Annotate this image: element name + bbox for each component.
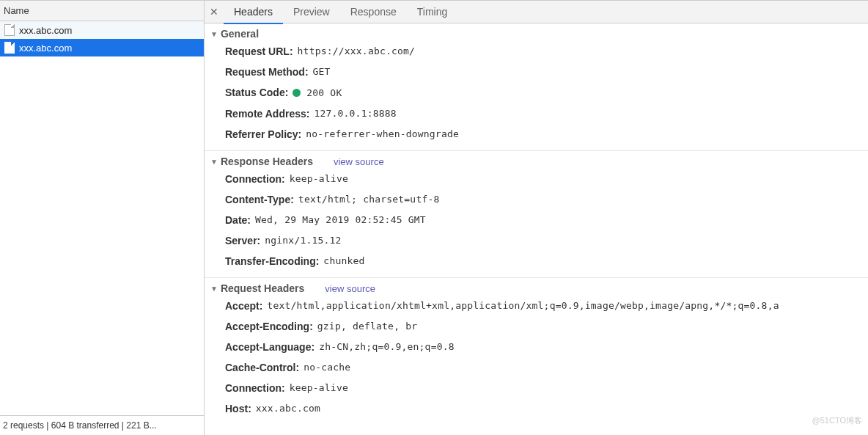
request-name: xxx.abc.com (19, 25, 72, 36)
kv-key: Connection (225, 381, 285, 395)
kv-line: Accept-Encoding gzip, deflate, br (205, 316, 868, 337)
kv-value: zh-CN,zh;q=0.9,en;q=0.8 (319, 340, 455, 354)
kv-referrer-policy: Referrer Policy no-referrer-when-downgra… (205, 124, 868, 145)
kv-line: Cache-Control no-cache (205, 357, 868, 378)
kv-line: Connection keep-alive (205, 169, 868, 189)
kv-value: keep-alive (290, 172, 348, 186)
kv-key: Connection (225, 172, 285, 186)
kv-key: Remote Address (225, 106, 309, 121)
details-panel: ✕ Headers Preview Response Timing ▼ Gene… (205, 0, 868, 435)
kv-line: Content-Type text/html; charset=utf-8 (205, 189, 868, 210)
kv-key: Content-Type (225, 192, 294, 207)
kv-value: nginx/1.15.12 (265, 233, 341, 248)
kv-value: chunked (323, 254, 364, 268)
kv-value: xxx.abc.com (256, 401, 320, 416)
tab-response[interactable]: Response (340, 0, 407, 23)
kv-key: Accept-Encoding (225, 319, 313, 334)
kv-remote-address: Remote Address 127.0.0.1:8888 (205, 103, 868, 124)
kv-line: Server nginx/1.15.12 (205, 230, 868, 251)
kv-key: Accept (225, 299, 262, 313)
chevron-down-icon: ▼ (210, 30, 218, 38)
kv-key: Server (225, 233, 260, 248)
section-title: Response Headers (221, 156, 313, 167)
kv-key: Request Method (225, 65, 309, 79)
file-icon (4, 42, 15, 54)
kv-key: Transfer-Encoding (225, 254, 319, 268)
kv-value: no-referrer-when-downgrade (306, 127, 459, 142)
request-name: xxx.abc.com (19, 43, 72, 54)
status-bar: 2 requests | 604 B transferred | 221 B..… (0, 415, 204, 435)
kv-value: gzip, deflate, br (317, 319, 417, 334)
kv-key: Request URL (225, 44, 293, 59)
kv-value: https://xxx.abc.com/ (298, 44, 416, 59)
kv-status-code: Status Code 200 OK (205, 82, 868, 103)
chevron-down-icon: ▼ (210, 285, 218, 293)
kv-value: GET (313, 65, 331, 79)
kv-key: Host (225, 401, 251, 416)
kv-line: Accept text/html,application/xhtml+xml,a… (205, 296, 868, 316)
headers-detail: ▼ General Request URL https://xxx.abc.co… (205, 23, 868, 435)
kv-line: Accept-Language zh-CN,zh;q=0.9,en;q=0.8 (205, 337, 868, 357)
chevron-down-icon: ▼ (210, 158, 218, 166)
kv-value: keep-alive (290, 381, 348, 395)
kv-value: text/html; charset=utf-8 (298, 192, 440, 207)
section-toggle-general[interactable]: ▼ General (205, 23, 868, 41)
requests-header[interactable]: Name (0, 0, 204, 21)
kv-key: Accept-Language (225, 340, 315, 354)
tab-preview[interactable]: Preview (283, 0, 340, 23)
kv-request-url: Request URL https://xxx.abc.com/ (205, 41, 868, 62)
request-row[interactable]: xxx.abc.com (0, 39, 204, 56)
status-code-text: 200 OK (306, 87, 342, 98)
tabs: ✕ Headers Preview Response Timing (205, 0, 868, 23)
view-source-link[interactable]: view source (325, 283, 375, 294)
close-icon[interactable]: ✕ (205, 6, 224, 18)
requests-panel: Name xxx.abc.com xxx.abc.com 2 requests … (0, 0, 205, 435)
kv-value: text/html,application/xhtml+xml,applicat… (267, 299, 779, 313)
section-title: Request Headers (221, 282, 304, 294)
kv-key: Cache-Control (225, 360, 299, 375)
kv-line: Date Wed, 29 May 2019 02:52:45 GMT (205, 210, 868, 230)
kv-line: Host xxx.abc.com (205, 398, 868, 419)
kv-key: Status Code (225, 85, 288, 100)
kv-value: 127.0.0.1:8888 (314, 106, 396, 121)
kv-request-method: Request Method GET (205, 62, 868, 82)
section-general: ▼ General Request URL https://xxx.abc.co… (205, 23, 868, 151)
section-toggle-response-headers[interactable]: ▼ Response Headers view source (205, 151, 868, 169)
kv-line: Transfer-Encoding chunked (205, 251, 868, 271)
tab-headers[interactable]: Headers (224, 0, 283, 24)
tab-timing[interactable]: Timing (407, 0, 458, 23)
section-response-headers: ▼ Response Headers view source Connectio… (205, 151, 868, 278)
kv-value: no-cache (304, 360, 350, 375)
kv-line: Connection keep-alive (205, 378, 868, 398)
section-request-headers: ▼ Request Headers view source Accept tex… (205, 278, 868, 425)
view-source-link[interactable]: view source (334, 156, 384, 167)
requests-list: xxx.abc.com xxx.abc.com (0, 21, 204, 415)
file-icon (4, 24, 15, 36)
kv-key: Date (225, 213, 251, 227)
section-title: General (221, 28, 259, 40)
kv-value: 200 OK (293, 85, 342, 100)
kv-value: Wed, 29 May 2019 02:52:45 GMT (255, 213, 426, 227)
status-dot-icon (293, 89, 301, 97)
section-toggle-request-headers[interactable]: ▼ Request Headers view source (205, 278, 868, 296)
request-row[interactable]: xxx.abc.com (0, 21, 204, 39)
kv-key: Referrer Policy (225, 127, 301, 142)
